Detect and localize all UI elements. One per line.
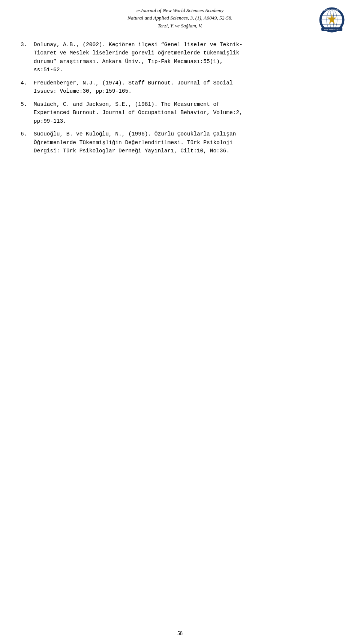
page-footer: 58 <box>0 630 360 636</box>
reference-5: 5. Maslach, C. and Jackson, S.E., (1981)… <box>21 100 339 125</box>
page-header: e-Journal of New World Sciences Academy … <box>0 0 360 37</box>
ref5-text: 5. Maslach, C. and Jackson, S.E., (1981)… <box>21 101 243 124</box>
reference-4: 4. Freudenberger, N.J., (1974). Staff Bu… <box>21 79 339 96</box>
reference-3: 3. Dolunay, A.B., (2002). Keçiören ilçes… <box>21 41 339 74</box>
svg-text:ACADEMY: ACADEMY <box>328 12 336 14</box>
journal-logo: www.newwsa.com WORLD SCIENCES ACADEMY <box>319 7 345 33</box>
svg-text:WORLD SCIENCES: WORLD SCIENCES <box>324 9 339 11</box>
journal-line2: Natural and Applied Sciences, 3, (1), A0… <box>128 15 232 21</box>
page-number: 58 <box>177 630 183 636</box>
ref3-number: 3. Dolunay, A.B., (2002). Keçiören ilçes… <box>21 42 243 73</box>
svg-text:www.newwsa.com: www.newwsa.com <box>324 28 340 30</box>
main-content: 3. Dolunay, A.B., (2002). Keçiören ilçes… <box>0 37 360 175</box>
ref6-text: 6. Sucuoğlu, B. ve Kuloğlu, N., (1996). … <box>21 131 236 154</box>
ref4-text: 4. Freudenberger, N.J., (1974). Staff Bu… <box>21 80 233 94</box>
journal-line3: Terzi, Y. ve Sağlam, V. <box>158 23 202 29</box>
page-container: e-Journal of New World Sciences Academy … <box>0 0 360 644</box>
journal-title: e-Journal of New World Sciences Academy … <box>41 7 319 30</box>
header-text: e-Journal of New World Sciences Academy … <box>41 7 319 30</box>
journal-line1: e-Journal of New World Sciences Academy <box>136 8 224 13</box>
reference-6: 6. Sucuoğlu, B. ve Kuloğlu, N., (1996). … <box>21 130 339 155</box>
